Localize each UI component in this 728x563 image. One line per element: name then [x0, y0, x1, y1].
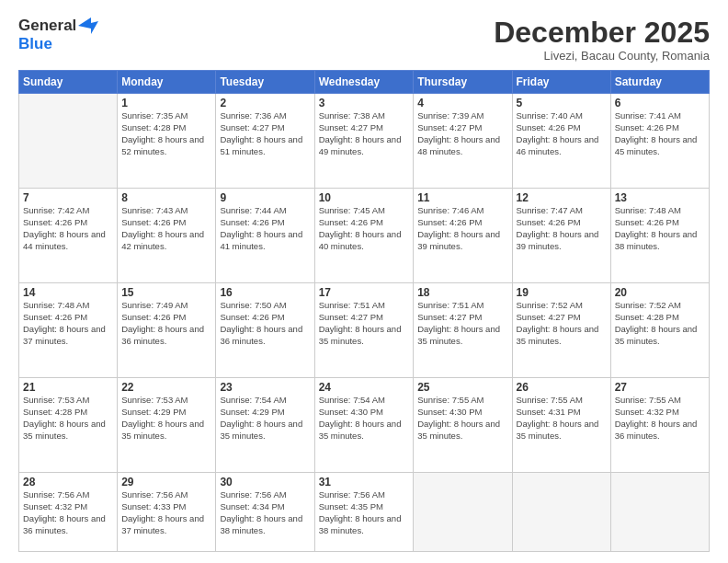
table-row: 5Sunrise: 7:40 AM Sunset: 4:26 PM Daylig… [512, 94, 610, 189]
table-row [414, 473, 512, 552]
table-row: 19Sunrise: 7:52 AM Sunset: 4:27 PM Dayli… [512, 283, 610, 378]
day-number: 29 [121, 476, 211, 488]
table-row: 30Sunrise: 7:56 AM Sunset: 4:34 PM Dayli… [216, 473, 314, 552]
header: General Blue December 2025 Livezi, Bacau… [18, 17, 710, 63]
svg-marker-0 [78, 17, 98, 34]
day-info: Sunrise: 7:41 AM Sunset: 4:26 PM Dayligh… [615, 110, 705, 157]
header-row: Sunday Monday Tuesday Wednesday Thursday… [19, 71, 710, 94]
day-number: 6 [615, 97, 705, 109]
day-info: Sunrise: 7:56 AM Sunset: 4:32 PM Dayligh… [23, 489, 113, 536]
day-number: 31 [319, 476, 410, 488]
day-info: Sunrise: 7:48 AM Sunset: 4:26 PM Dayligh… [615, 205, 705, 252]
table-row: 6Sunrise: 7:41 AM Sunset: 4:26 PM Daylig… [610, 94, 709, 189]
table-row: 15Sunrise: 7:49 AM Sunset: 4:26 PM Dayli… [118, 283, 216, 378]
day-info: Sunrise: 7:44 AM Sunset: 4:26 PM Dayligh… [220, 205, 310, 252]
logo-bird-icon [78, 17, 98, 34]
table-row: 10Sunrise: 7:45 AM Sunset: 4:26 PM Dayli… [314, 189, 414, 283]
day-info: Sunrise: 7:51 AM Sunset: 4:27 PM Dayligh… [319, 300, 410, 347]
day-number: 4 [417, 97, 507, 109]
day-info: Sunrise: 7:48 AM Sunset: 4:26 PM Dayligh… [23, 300, 113, 347]
col-saturday: Saturday [610, 71, 709, 94]
day-info: Sunrise: 7:54 AM Sunset: 4:30 PM Dayligh… [319, 395, 410, 442]
day-info: Sunrise: 7:56 AM Sunset: 4:33 PM Dayligh… [121, 489, 211, 536]
day-info: Sunrise: 7:49 AM Sunset: 4:26 PM Dayligh… [121, 300, 211, 347]
day-info: Sunrise: 7:40 AM Sunset: 4:26 PM Dayligh… [517, 110, 607, 157]
col-friday: Friday [512, 71, 610, 94]
day-number: 1 [121, 97, 211, 109]
day-info: Sunrise: 7:53 AM Sunset: 4:29 PM Dayligh… [121, 395, 211, 442]
table-row: 7Sunrise: 7:42 AM Sunset: 4:26 PM Daylig… [19, 189, 118, 283]
col-monday: Monday [118, 71, 216, 94]
day-number: 7 [23, 191, 113, 204]
subtitle: Livezi, Bacau County, Romania [494, 49, 710, 63]
day-number: 18 [417, 286, 507, 299]
table-row: 1Sunrise: 7:35 AM Sunset: 4:28 PM Daylig… [118, 94, 216, 189]
table-row [610, 473, 709, 552]
day-number: 14 [23, 286, 113, 299]
logo: General Blue [18, 17, 98, 52]
table-row [19, 94, 118, 189]
col-wednesday: Wednesday [314, 71, 414, 94]
table-row: 8Sunrise: 7:43 AM Sunset: 4:26 PM Daylig… [118, 189, 216, 283]
logo-general: General [18, 17, 76, 35]
table-row: 14Sunrise: 7:48 AM Sunset: 4:26 PM Dayli… [19, 283, 118, 378]
day-info: Sunrise: 7:52 AM Sunset: 4:27 PM Dayligh… [517, 300, 607, 347]
day-info: Sunrise: 7:56 AM Sunset: 4:34 PM Dayligh… [220, 489, 310, 536]
table-row: 11Sunrise: 7:46 AM Sunset: 4:26 PM Dayli… [414, 189, 512, 283]
table-row: 28Sunrise: 7:56 AM Sunset: 4:32 PM Dayli… [19, 473, 118, 552]
day-number: 21 [23, 381, 113, 394]
col-thursday: Thursday [414, 71, 512, 94]
table-row: 13Sunrise: 7:48 AM Sunset: 4:26 PM Dayli… [610, 189, 709, 283]
table-row: 17Sunrise: 7:51 AM Sunset: 4:27 PM Dayli… [314, 283, 414, 378]
title-block: December 2025 Livezi, Bacau County, Roma… [494, 17, 710, 63]
table-row: 31Sunrise: 7:56 AM Sunset: 4:35 PM Dayli… [314, 473, 414, 552]
table-row: 9Sunrise: 7:44 AM Sunset: 4:26 PM Daylig… [216, 189, 314, 283]
day-info: Sunrise: 7:50 AM Sunset: 4:26 PM Dayligh… [220, 300, 310, 347]
day-info: Sunrise: 7:42 AM Sunset: 4:26 PM Dayligh… [23, 205, 113, 252]
day-info: Sunrise: 7:56 AM Sunset: 4:35 PM Dayligh… [319, 489, 410, 536]
table-row: 4Sunrise: 7:39 AM Sunset: 4:27 PM Daylig… [414, 94, 512, 189]
day-number: 27 [615, 381, 705, 394]
day-number: 22 [121, 381, 211, 394]
table-row: 23Sunrise: 7:54 AM Sunset: 4:29 PM Dayli… [216, 378, 314, 473]
day-info: Sunrise: 7:55 AM Sunset: 4:32 PM Dayligh… [615, 395, 705, 442]
day-number: 16 [220, 286, 310, 299]
table-row: 12Sunrise: 7:47 AM Sunset: 4:26 PM Dayli… [512, 189, 610, 283]
day-info: Sunrise: 7:54 AM Sunset: 4:29 PM Dayligh… [220, 395, 310, 442]
day-number: 2 [220, 97, 310, 109]
day-number: 23 [220, 381, 310, 394]
day-number: 25 [417, 381, 507, 394]
day-info: Sunrise: 7:47 AM Sunset: 4:26 PM Dayligh… [517, 205, 607, 252]
table-row: 25Sunrise: 7:55 AM Sunset: 4:30 PM Dayli… [414, 378, 512, 473]
table-row: 18Sunrise: 7:51 AM Sunset: 4:27 PM Dayli… [414, 283, 512, 378]
day-info: Sunrise: 7:46 AM Sunset: 4:26 PM Dayligh… [417, 205, 507, 252]
day-info: Sunrise: 7:43 AM Sunset: 4:26 PM Dayligh… [121, 205, 211, 252]
day-info: Sunrise: 7:39 AM Sunset: 4:27 PM Dayligh… [417, 110, 507, 157]
table-row: 22Sunrise: 7:53 AM Sunset: 4:29 PM Dayli… [118, 378, 216, 473]
day-info: Sunrise: 7:52 AM Sunset: 4:28 PM Dayligh… [615, 300, 705, 347]
day-number: 30 [220, 476, 310, 488]
day-number: 9 [220, 191, 310, 204]
day-number: 20 [615, 286, 705, 299]
table-row [512, 473, 610, 552]
day-info: Sunrise: 7:55 AM Sunset: 4:30 PM Dayligh… [417, 395, 507, 442]
day-number: 10 [319, 191, 410, 204]
month-title: December 2025 [494, 17, 710, 49]
day-number: 13 [615, 191, 705, 204]
col-sunday: Sunday [19, 71, 118, 94]
day-number: 3 [319, 97, 410, 109]
day-info: Sunrise: 7:36 AM Sunset: 4:27 PM Dayligh… [220, 110, 310, 157]
table-row: 20Sunrise: 7:52 AM Sunset: 4:28 PM Dayli… [610, 283, 709, 378]
day-number: 8 [121, 191, 211, 204]
table-row: 21Sunrise: 7:53 AM Sunset: 4:28 PM Dayli… [19, 378, 118, 473]
day-info: Sunrise: 7:45 AM Sunset: 4:26 PM Dayligh… [319, 205, 410, 252]
day-info: Sunrise: 7:35 AM Sunset: 4:28 PM Dayligh… [121, 110, 211, 157]
day-number: 17 [319, 286, 410, 299]
day-number: 26 [517, 381, 607, 394]
table-row: 29Sunrise: 7:56 AM Sunset: 4:33 PM Dayli… [118, 473, 216, 552]
day-info: Sunrise: 7:55 AM Sunset: 4:31 PM Dayligh… [517, 395, 607, 442]
day-number: 12 [517, 191, 607, 204]
table-row: 3Sunrise: 7:38 AM Sunset: 4:27 PM Daylig… [314, 94, 414, 189]
calendar-page: General Blue December 2025 Livezi, Bacau… [0, 0, 728, 563]
day-info: Sunrise: 7:53 AM Sunset: 4:28 PM Dayligh… [23, 395, 113, 442]
